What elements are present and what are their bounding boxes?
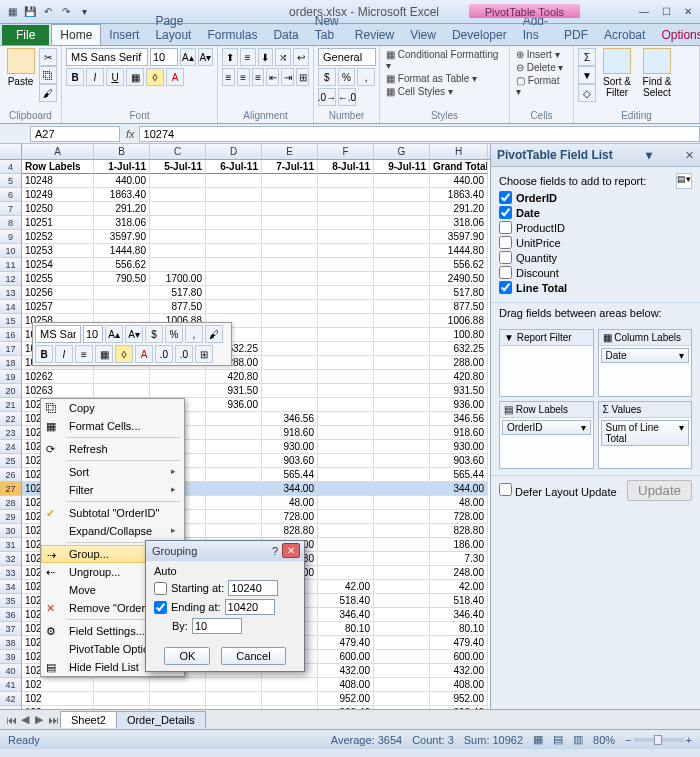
decrease-decimal-icon[interactable]: ←.0 <box>338 88 356 106</box>
field-checkbox[interactable]: Date <box>499 206 692 219</box>
row-labels-area[interactable]: ▤ Row Labels OrderID▾ <box>499 401 594 469</box>
align-middle-icon[interactable]: ≡ <box>240 48 256 66</box>
tab-nav-first-icon[interactable]: ⏮ <box>4 714 18 726</box>
view-normal-icon[interactable]: ▦ <box>533 733 543 746</box>
table-row[interactable]: 42102952.00952.00 <box>0 692 490 706</box>
tab-options[interactable]: Options <box>653 25 700 45</box>
align-right-icon[interactable]: ≡ <box>252 68 265 86</box>
percent-icon[interactable]: % <box>338 68 356 86</box>
mini-border-icon[interactable]: ▦ <box>95 345 113 363</box>
view-layout-icon[interactable]: ▤ <box>553 733 563 746</box>
wrap-text-icon[interactable]: ↩ <box>293 48 309 66</box>
table-row[interactable]: 6102491863.401863.40 <box>0 188 490 202</box>
table-row[interactable]: 1210255790.501700.002490.50 <box>0 272 490 286</box>
update-button[interactable]: Update <box>627 480 692 501</box>
tab-view[interactable]: View <box>402 25 444 45</box>
undo-icon[interactable]: ↶ <box>40 4 56 20</box>
tab-review[interactable]: Review <box>347 25 402 45</box>
starting-at-checkbox[interactable] <box>154 582 167 595</box>
table-row[interactable]: 1410257877.50877.50 <box>0 300 490 314</box>
table-row[interactable]: 10102531444.801444.80 <box>0 244 490 258</box>
align-top-icon[interactable]: ⬆ <box>222 48 238 66</box>
tab-data[interactable]: Data <box>265 25 306 45</box>
tab-nav-prev-icon[interactable]: ◀ <box>18 713 32 726</box>
currency-icon[interactable]: $ <box>318 68 336 86</box>
table-row[interactable]: 2010263931.50931.50 <box>0 384 490 398</box>
column-header[interactable]: B <box>94 144 150 159</box>
mini-comma-icon[interactable]: , <box>185 325 203 343</box>
field-checkbox[interactable]: Discount <box>499 266 692 279</box>
delete-cells-button[interactable]: ⊖ Delete ▾ <box>514 61 569 74</box>
mini-merge-icon[interactable]: ⊞ <box>195 345 213 363</box>
mini-fontcolor-icon[interactable]: A <box>135 345 153 363</box>
minimize-icon[interactable]: — <box>636 4 652 20</box>
redo-icon[interactable]: ↷ <box>58 4 74 20</box>
column-field-pill[interactable]: Date▾ <box>601 348 690 363</box>
by-input[interactable] <box>192 618 242 634</box>
table-row[interactable]: 1310256517.80517.80 <box>0 286 490 300</box>
cm-copy[interactable]: ⿻Copy <box>41 399 184 417</box>
zoom-slider[interactable]: −+ <box>625 734 692 746</box>
column-header[interactable]: F <box>318 144 374 159</box>
table-row[interactable]: 710250291.20291.20 <box>0 202 490 216</box>
value-field-pill[interactable]: Sum of Line Total▾ <box>601 420 690 446</box>
table-row[interactable]: 510248440.00440.00 <box>0 174 490 188</box>
tab-nav-next-icon[interactable]: ▶ <box>32 713 46 726</box>
cm-sort[interactable]: Sort▸ <box>41 463 184 481</box>
tab-developer[interactable]: Developer <box>444 25 515 45</box>
fill-icon[interactable]: ▼ <box>578 66 596 84</box>
starting-at-input[interactable] <box>228 580 278 596</box>
table-row[interactable]: 1110254556.62556.62 <box>0 258 490 272</box>
column-header[interactable]: D <box>206 144 262 159</box>
report-filter-area[interactable]: ▼ Report Filter <box>499 329 594 397</box>
defer-layout-checkbox[interactable]: Defer Layout Update <box>499 483 617 498</box>
zoom-level[interactable]: 80% <box>593 734 615 746</box>
grow-font-icon[interactable]: A▴ <box>180 48 196 66</box>
view-break-icon[interactable]: ▥ <box>573 733 583 746</box>
bold-button[interactable]: B <box>66 68 84 86</box>
name-box[interactable] <box>30 126 120 142</box>
insert-cells-button[interactable]: ⊕ Insert ▾ <box>514 48 569 61</box>
border-icon[interactable]: ▦ <box>126 68 144 86</box>
tab-pdf[interactable]: PDF <box>556 25 596 45</box>
field-list-close-icon[interactable]: ✕ <box>685 149 694 162</box>
fx-icon[interactable]: fx <box>126 128 135 140</box>
mini-shrink-font-icon[interactable]: A▾ <box>125 325 143 343</box>
maximize-icon[interactable]: ☐ <box>658 4 674 20</box>
field-checkbox[interactable]: OrderID <box>499 191 692 204</box>
field-checkbox[interactable]: Line Total <box>499 281 692 294</box>
number-format-select[interactable] <box>318 48 376 66</box>
table-row[interactable]: 43102398.40398.40 <box>0 706 490 709</box>
indent-dec-icon[interactable]: ⇤ <box>266 68 279 86</box>
tab-page-layout[interactable]: Page Layout <box>147 11 199 45</box>
dialog-help-icon[interactable]: ? <box>272 545 278 557</box>
shrink-font-icon[interactable]: A▾ <box>198 48 214 66</box>
orientation-icon[interactable]: ⤭ <box>275 48 291 66</box>
indent-inc-icon[interactable]: ⇥ <box>281 68 294 86</box>
cm-format-cells[interactable]: ▦Format Cells... <box>41 417 184 435</box>
mini-percent-icon[interactable]: % <box>165 325 183 343</box>
italic-button[interactable]: I <box>86 68 104 86</box>
mini-font-name[interactable] <box>35 325 81 343</box>
column-header[interactable]: C <box>150 144 206 159</box>
close-icon[interactable]: ✕ <box>680 4 696 20</box>
field-checkbox[interactable]: ProductID <box>499 221 692 234</box>
qat-more-icon[interactable]: ▾ <box>76 4 92 20</box>
mini-format-painter-icon[interactable]: 🖌 <box>205 325 223 343</box>
align-center-icon[interactable]: ≡ <box>237 68 250 86</box>
paste-button[interactable]: Paste <box>4 48 37 87</box>
align-bottom-icon[interactable]: ⬇ <box>258 48 274 66</box>
tab-acrobat[interactable]: Acrobat <box>596 25 653 45</box>
cancel-button[interactable]: Cancel <box>221 647 285 665</box>
cm-expand-collapse[interactable]: Expand/Collapse▸ <box>41 522 184 540</box>
column-header[interactable]: H <box>430 144 488 159</box>
file-tab[interactable]: File <box>2 25 49 45</box>
cell-styles-button[interactable]: ▦ Cell Styles ▾ <box>384 85 505 98</box>
merge-center-icon[interactable]: ⊞ <box>296 68 309 86</box>
mini-incdec-icon[interactable]: .0 <box>155 345 173 363</box>
align-left-icon[interactable]: ≡ <box>222 68 235 86</box>
ending-at-input[interactable] <box>225 599 275 615</box>
table-row[interactable]: 41102408.00408.00 <box>0 678 490 692</box>
underline-button[interactable]: U <box>106 68 124 86</box>
table-row[interactable]: 1910262420.80420.80 <box>0 370 490 384</box>
